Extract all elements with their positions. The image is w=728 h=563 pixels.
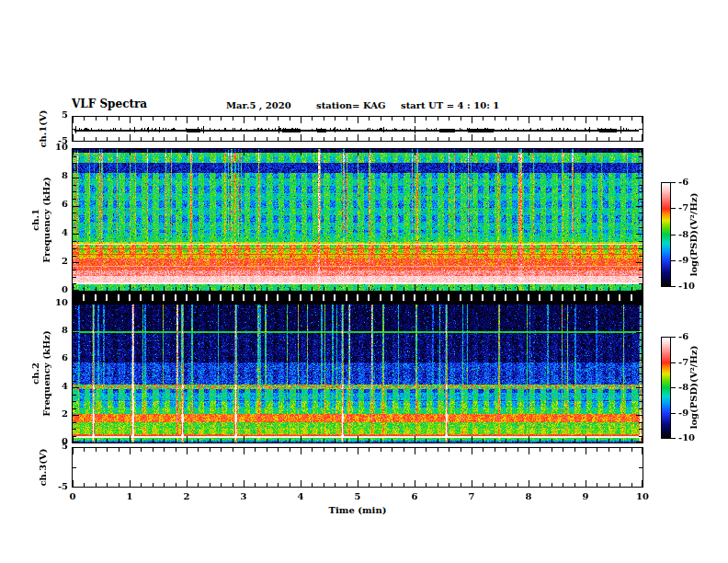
x-axis-tick [404,149,404,153]
colorbar-tick-label: -7 [678,358,700,367]
freq-axis-tick [639,395,643,396]
x-axis-tick [495,439,495,442]
separator-tick [300,294,301,301]
volt-tick-label: -5 [42,136,68,145]
x-axis-tick [563,448,563,452]
x-axis-tick [73,117,74,123]
x-axis-tick [438,137,438,141]
colorbar-tick [671,182,676,183]
separator-tick [494,294,495,301]
x-axis-tick [540,117,540,121]
x-axis-tick [449,439,449,442]
separator-tick [380,294,381,301]
separator-tick [425,294,427,301]
x-axis-tick [631,137,632,141]
freq-axis-tick [73,283,76,284]
x-axis-tick [483,117,483,121]
x-axis-tick [506,483,506,487]
separator-tick [311,294,313,301]
separator-tick [482,294,483,301]
x-axis-tick [187,117,188,123]
freq-axis-tick [639,436,643,437]
x-axis-tick [198,117,199,121]
freq-axis-tick [73,304,79,305]
x-axis-tick [119,137,119,141]
ch1-voltage-panel [72,116,643,142]
x-axis-tick [233,448,233,452]
x-axis-tick [620,137,620,141]
x-axis-tick [518,448,518,452]
x-axis-tick [574,448,575,452]
x-axis-tick [449,137,449,141]
x-axis-tick [506,304,506,308]
x-axis-tick [324,448,324,452]
x-axis-tick [347,483,347,487]
separator-tick [152,294,154,301]
x-axis-tick [84,439,85,442]
freq-axis-tick [73,318,76,319]
x-axis-tick [176,287,176,291]
x-axis-tick [563,304,563,308]
x-axis-tick [529,117,529,123]
x-axis-tick [631,287,632,291]
x-axis-tick [518,483,518,487]
freq-axis-tick [73,442,79,442]
x-axis-tick [278,448,279,452]
x-axis-tick [358,284,358,291]
x-axis-tick [290,304,290,308]
x-axis-tick [312,149,313,153]
x-axis-tick [404,137,404,141]
x-axis-tick [347,149,347,153]
x-axis-tick [176,439,176,442]
x-axis-tick [563,117,563,121]
colorbar-tick [671,387,676,388]
x-axis-tick [176,483,176,487]
volt-axis-tick [73,467,76,468]
x-axis-tick [415,284,415,291]
x-axis-tick [164,439,165,442]
x-axis-tick [574,439,575,442]
freq-axis-tick [639,241,643,242]
freq-axis-tick [639,163,643,164]
x-axis-tick [438,149,438,153]
freq-axis-tick [73,199,76,200]
x-axis-tick [472,480,472,487]
x-axis-tick [119,439,119,442]
x-axis-tick [107,137,108,141]
x-axis-tick [130,304,131,311]
freq-axis-tick [73,395,76,396]
freq-axis-tick [639,401,643,402]
x-axis-tick [381,439,381,442]
separator-tick [129,294,131,301]
x-axis-tick [483,287,483,291]
x-axis-tick [609,137,609,141]
x-axis-tick [233,287,233,291]
freq-tick-label: 6 [42,200,68,209]
x-axis-tick [130,284,131,291]
x-axis-tick [472,436,472,442]
x-axis-tick [141,149,142,153]
x-axis-tick [392,448,392,452]
x-axis-tick [187,448,188,454]
x-axis-tick [506,117,506,121]
x-axis-tick [153,117,154,121]
x-axis-tick [495,304,495,308]
x-axis-tick [506,149,506,153]
colorbar-tick [671,337,676,338]
freq-axis-tick [639,326,643,327]
x-axis-tick [449,149,449,153]
vlf-spectra-figure: VLF Spectra Mar.5 , 2020 station= KAG st… [0,0,728,563]
x-axis-tick [84,149,85,153]
station-label: station= KAG [316,100,386,110]
x-axis-tick [574,117,575,121]
separator-tick [391,294,392,301]
x-axis-tick [552,149,552,153]
x-axis-tick [141,448,142,452]
x-axis-tick [563,137,563,141]
colorbar-tick-label: -9 [678,408,700,418]
x-axis-tick [187,436,188,442]
freq-axis-tick [639,318,643,319]
x-axis-tick [119,448,119,452]
x-axis-tick [597,117,597,121]
x-axis-tick [290,149,290,153]
